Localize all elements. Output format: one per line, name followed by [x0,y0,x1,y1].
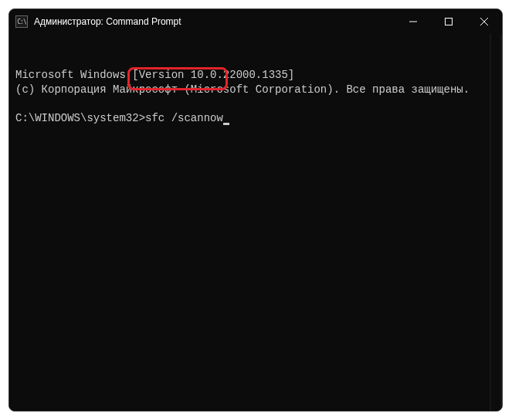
prompt-path: C:\WINDOWS\system32> [15,112,145,124]
terminal-output[interactable]: Microsoft Windows [Version 10.0.22000.13… [9,34,502,411]
command-prompt-window: C:\ Администратор: Command Prompt Micros… [8,8,503,412]
svg-rect-1 [446,19,453,25]
window-title: Администратор: Command Prompt [34,16,395,27]
window-controls [395,9,502,34]
typed-command: sfc /scannow [145,112,223,124]
cmd-icon: C:\ [15,15,28,28]
titlebar[interactable]: C:\ Администратор: Command Prompt [9,9,502,34]
prompt-line: C:\WINDOWS\system32>sfc /scannow [15,112,229,124]
close-button[interactable] [466,9,502,34]
scrollbar-vertical[interactable] [490,34,502,411]
copyright-line: (c) Корпорация Майкрософт (Microsoft Cor… [15,83,496,97]
close-icon [480,18,488,25]
version-line: Microsoft Windows [Version 10.0.22000.13… [15,68,496,83]
cmd-icon-glyph: C:\ [17,19,25,25]
maximize-icon [445,18,453,25]
maximize-button[interactable] [431,9,466,34]
minimize-button[interactable] [395,9,431,34]
scrollbar-thumb[interactable] [491,34,500,411]
text-cursor [223,123,229,125]
minimize-icon [409,18,417,25]
